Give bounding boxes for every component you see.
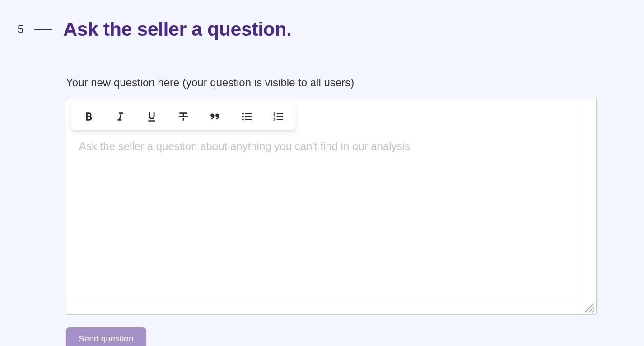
underline-icon [146, 111, 158, 122]
ordered-list-icon: 1 2 3 [272, 111, 284, 122]
step-title: Ask the seller a question. [63, 18, 292, 40]
svg-rect-11 [277, 119, 283, 120]
editor-wrapper: 1 2 3 Ask the seller a question about an… [66, 98, 597, 315]
bullet-list-button[interactable] [231, 105, 262, 128]
step-line [34, 29, 52, 30]
svg-line-14 [592, 310, 594, 312]
editor-placeholder: Ask the seller a question about anything… [79, 140, 410, 152]
question-input[interactable]: Ask the seller a question about anything… [66, 130, 596, 302]
svg-text:3: 3 [273, 118, 275, 121]
bullet-list-icon [241, 111, 252, 122]
resize-icon [583, 301, 595, 313]
strikethrough-button[interactable] [168, 105, 199, 128]
bold-button[interactable] [73, 105, 104, 128]
svg-point-2 [242, 119, 244, 121]
send-question-button[interactable]: Send question [66, 327, 146, 346]
svg-rect-4 [245, 116, 252, 117]
svg-rect-9 [277, 113, 283, 114]
underline-button[interactable] [136, 105, 168, 128]
quote-icon [209, 111, 221, 122]
svg-rect-5 [245, 119, 252, 120]
form-label: Your new question here (your question is… [66, 76, 597, 89]
step-header: 5 Ask the seller a question. [16, 18, 628, 40]
strikethrough-icon [177, 111, 189, 122]
step-number: 5 [16, 23, 23, 36]
svg-point-1 [242, 116, 244, 117]
resize-handle[interactable] [583, 301, 595, 313]
svg-rect-10 [277, 116, 283, 117]
italic-icon [114, 111, 126, 122]
svg-point-0 [242, 113, 244, 115]
svg-rect-3 [245, 113, 252, 114]
blockquote-button[interactable] [199, 105, 231, 128]
editor-toolbar: 1 2 3 [71, 103, 296, 130]
ordered-list-button[interactable]: 1 2 3 [262, 105, 294, 128]
bold-icon [83, 111, 94, 122]
svg-line-12 [585, 304, 594, 313]
italic-button[interactable] [104, 105, 136, 128]
